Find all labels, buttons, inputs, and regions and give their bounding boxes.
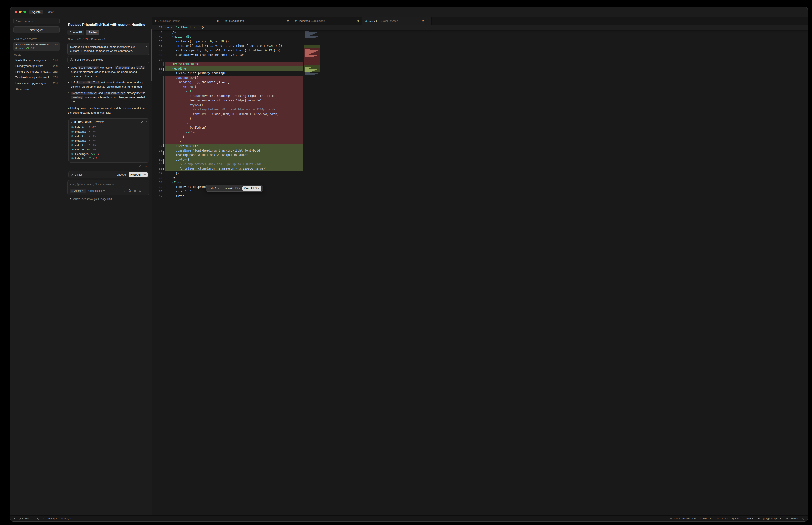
minimap-bar — [305, 56, 317, 56]
keep-all-button[interactable]: Keep All ⌘↵ — [242, 186, 261, 191]
chevron-down-icon — [103, 190, 105, 192]
mention-icon[interactable]: @ — [128, 189, 131, 193]
code-area[interactable]: 27 const CallToAction = ({ 48 />49 <moti… — [153, 25, 406, 262]
gutter-change-mark — [162, 135, 165, 139]
create-pr-button[interactable]: Create PR — [67, 30, 84, 35]
edited-file-row[interactable]: index.tsx+6-15 — [68, 134, 149, 138]
line-number — [153, 103, 162, 107]
agent-list-item[interactable]: Troubleshooting eslint configu...26d — [13, 74, 60, 80]
titlebar-tab-agents[interactable]: Agents — [29, 10, 43, 14]
minimap-bar — [305, 48, 313, 48]
file-name: Heading.tsx — [75, 153, 89, 155]
agent-list-item[interactable]: Reshuffle card arrays in index....13d — [13, 57, 60, 63]
close-window-button[interactable] — [15, 11, 17, 13]
gutter-change-mark — [162, 98, 165, 103]
keep-all-button[interactable]: Keep All ⌘↵ — [129, 172, 148, 177]
agent-task-title: Replace PrismicRichText with custom Head… — [68, 22, 149, 27]
attach-image-icon[interactable] — [139, 190, 142, 192]
agent-list-item[interactable]: Fixing SVG imports in Next.js 1626d — [13, 69, 60, 74]
agent-item-time: 13d — [53, 59, 58, 62]
undo-all-button[interactable]: Undo All — [116, 173, 126, 176]
inline-code: PrismicRichText — [76, 81, 100, 84]
user-message-bubble: Replace all <PrismicRichText /> componen… — [67, 43, 149, 55]
minimap-bar — [305, 41, 309, 41]
user-message-text: Replace all <PrismicRichText /> componen… — [70, 45, 135, 52]
line-number: 51 — [153, 44, 162, 48]
code-line: className="font-headings tracking-tight … — [153, 94, 406, 99]
search-agents-box[interactable] — [13, 18, 60, 24]
agent-list-item[interactable]: Errors while upgrading to next...26d — [13, 80, 60, 86]
code-text: // clamp between 48px and 96px up to 120… — [165, 162, 303, 167]
microphone-icon[interactable] — [144, 190, 147, 192]
undo-all-button[interactable]: Undo All — [223, 187, 233, 190]
show-more-link[interactable]: Show more — [15, 88, 58, 91]
agent-mode-selector[interactable]: ∞ Agent — [70, 189, 86, 193]
composer-input[interactable] — [70, 183, 147, 186]
web-search-icon[interactable] — [134, 190, 136, 192]
inline-code: FormattedRichText — [71, 92, 98, 94]
line-number — [153, 76, 162, 80]
editor-tab[interactable]: x.../BlogTextContentM — [153, 17, 222, 25]
minimize-window-button[interactable] — [19, 11, 21, 13]
minimap-bar — [305, 70, 315, 71]
line-number — [153, 121, 162, 126]
react-file-icon — [71, 144, 74, 147]
edited-file-row[interactable]: index.tsx+6-16 — [68, 138, 149, 143]
code-line: 52 exit={{ opacity: 0, y: -50, transitio… — [153, 48, 406, 53]
titlebar-tab-editor[interactable]: Editor — [44, 10, 56, 14]
deletions-count: -15 — [92, 135, 96, 137]
inline-code: style — [136, 66, 145, 69]
line-number — [153, 62, 162, 66]
edited-file-row[interactable]: index.tsx+8-17 — [68, 125, 149, 130]
minimap-bar — [305, 35, 310, 36]
editor-tab[interactable]: index.tsx.../BigImageM — [292, 17, 362, 25]
edited-file-row[interactable]: index.tsx+6-16 — [68, 130, 149, 134]
agent-list-item[interactable]: Replace PrismicRichText with ...12d8 Fil… — [13, 42, 60, 51]
gutter-change-mark — [162, 153, 165, 158]
search-agents-input[interactable] — [16, 20, 57, 23]
agent-item-title: Fixing SVG imports in Next.js 16 — [15, 70, 51, 73]
model-selector[interactable]: Composer 1 — [89, 190, 105, 192]
edited-file-row[interactable]: index.tsx+7-16 — [68, 143, 149, 147]
chevron-down-icon[interactable] — [71, 121, 73, 123]
edited-file-row[interactable]: index.tsx+7-16 — [68, 147, 149, 152]
next-change-icon[interactable] — [218, 187, 220, 190]
zoom-window-button[interactable] — [24, 11, 26, 13]
tab-file-name: index.tsx — [299, 19, 310, 22]
reject-all-icon[interactable] — [141, 121, 143, 123]
restore-checkpoint-icon[interactable] — [144, 45, 147, 48]
tab-file-path: .../BigImage — [311, 19, 325, 22]
deletions-count: -12 — [93, 157, 97, 160]
line-number: 49 — [153, 34, 162, 39]
new-agent-button[interactable]: New Agent — [13, 27, 60, 33]
copy-icon[interactable] — [139, 165, 141, 168]
code-text: leading-none w-full max-w-[684px] mx-aut… — [165, 153, 303, 158]
file-name: index.tsx — [75, 148, 85, 151]
bullet-icon: • — [68, 91, 69, 104]
agent-item-row: Replace PrismicRichText with ...12d — [15, 43, 58, 46]
code-line: 62 }} — [153, 171, 406, 176]
panel-scrollbar[interactable] — [151, 29, 152, 81]
todos-status-bar[interactable]: 3 of 3 To-dos Completed — [67, 56, 149, 63]
minimap[interactable] — [304, 27, 321, 81]
editor-tab[interactable]: index.tsx.../CallToActionM — [362, 17, 406, 25]
edited-file-row[interactable]: Heading.tsx+10-1 — [68, 152, 149, 156]
prev-change-icon[interactable] — [207, 187, 209, 190]
expand-icon[interactable]: ↗ — [71, 173, 73, 176]
agent-list-item[interactable]: Fixing typescript errors26d — [13, 63, 60, 69]
minimap-bar — [305, 77, 311, 77]
accept-all-icon[interactable] — [145, 121, 147, 123]
line-number — [153, 130, 162, 135]
review-button[interactable]: Review — [86, 30, 99, 35]
code-text: }} — [165, 171, 303, 176]
edited-file-row[interactable]: index.tsx+29-12 — [68, 156, 149, 161]
more-options-icon[interactable]: ··· — [145, 165, 147, 168]
agent-item-title: Fixing typescript errors — [15, 64, 43, 68]
minimap-bar — [305, 55, 309, 55]
code-text: heading1: ({ children }) => { — [165, 80, 303, 85]
editor-tab[interactable]: Heading.tsxM — [222, 17, 292, 25]
gutter-change-mark — [162, 71, 165, 76]
code-text: className="font-headings tracking-tight … — [165, 148, 303, 153]
review-link[interactable]: Review — [95, 121, 104, 123]
minimap-bar — [305, 40, 311, 40]
